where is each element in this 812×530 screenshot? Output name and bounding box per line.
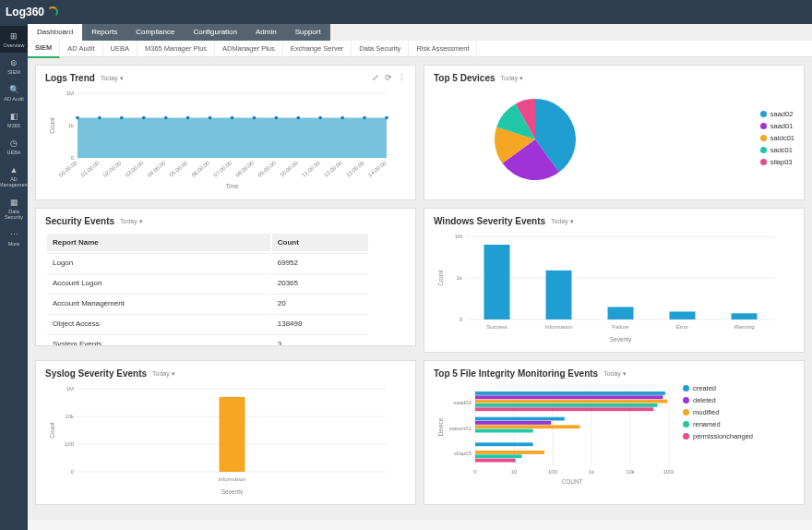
card-top5-fim: Top 5 File Integrity Monitoring EventsTo… [424,360,805,505]
svg-point-23 [253,116,257,120]
today-dropdown[interactable]: Today ▾ [551,218,574,225]
sidebar-item-more[interactable]: ⋯More [0,224,28,251]
subtab-risk-assessment[interactable]: Risk Assessment [409,41,477,57]
svg-text:04.00.00: 04.00.00 [147,160,167,178]
legend-label: modified [693,408,719,416]
svg-text:12.00.00: 12.00.00 [323,160,343,178]
legend-label: renamed [693,420,721,428]
svg-text:1M: 1M [66,90,74,96]
svg-rect-82 [475,391,665,395]
refresh-icon[interactable]: ⟳ [385,73,392,82]
sidebar-item-m365[interactable]: ◧M365 [0,106,28,133]
svg-point-35 [385,116,388,120]
today-dropdown[interactable]: Today ▾ [152,370,175,378]
tab-admin[interactable]: Admin [246,24,286,41]
card-title-text: Logs Trend [45,73,95,83]
legend-dot-icon [760,159,767,165]
svg-text:Failure: Failure [612,324,629,330]
legend-item: satdc01 [760,134,794,142]
svg-point-13 [142,116,146,120]
card-top5-devices: Top 5 DevicesToday ▾ saad02saad01satdc01… [424,65,805,200]
expand-icon[interactable]: ⤢ [372,73,379,82]
sidebar-label: UEBA [7,150,21,155]
primary-tabs: DashboardReportsComplianceConfigurationA… [28,24,812,41]
subtab-data-security[interactable]: Data Security [352,41,409,57]
table-cell: Account Logon [47,273,270,292]
svg-marker-6 [78,118,387,158]
tab-compliance[interactable]: Compliance [126,24,184,41]
svg-text:100k: 100k [663,469,674,475]
svg-point-15 [164,116,168,120]
table-cell: 20 [272,294,368,312]
svg-point-21 [231,116,234,120]
sidebar-label: M365 [7,123,20,128]
tab-support[interactable]: Support [286,24,330,41]
fim-legend: createddeletedmodifiedrenamedpermissionc… [683,384,753,486]
sidebar-item-overview[interactable]: ⊞Overview [0,26,28,53]
table-cell: Account Management [47,294,270,312]
subtab-ad-audit[interactable]: AD Audit [60,41,102,57]
sidebar-item-ad-management[interactable]: ▲AD Management [0,160,28,192]
sidebar-icon: ⋯ [9,229,19,239]
legend-label: satdc01 [770,134,794,142]
legend-item: created [683,384,753,392]
card-title-text: Security Events [45,216,114,226]
svg-point-31 [340,116,344,120]
svg-rect-89 [475,421,551,425]
today-dropdown[interactable]: Today ▾ [101,75,124,82]
legend-dot-icon [760,135,767,141]
legend-label: created [693,384,716,392]
more-icon[interactable]: ⋮ [398,73,406,82]
svg-rect-53 [732,313,758,319]
svg-rect-45 [484,245,510,319]
fim-chart: 0101001k10k100ksaad02saitom01sllap05COUN… [434,384,674,486]
sidebar-icon: ◧ [9,111,19,121]
card-syslog-severity: Syslog Severity EventsToday ▾ 010010k1MI… [35,360,416,505]
table-row[interactable]: Account Management20 [47,294,368,312]
table-row[interactable]: Logon69952 [47,253,368,271]
sidebar-label: Data Security [0,209,28,220]
today-dropdown[interactable]: Today ▾ [120,218,143,225]
table-row[interactable]: System Events3 [47,334,368,346]
today-dropdown[interactable]: Today ▾ [501,75,524,82]
table-row[interactable]: Object Access138498 [47,314,368,332]
legend-dot-icon [760,147,767,153]
subtab-exchange-server[interactable]: Exchange Server [283,41,352,57]
svg-text:100: 100 [548,469,558,475]
legend-label: sllap03 [770,158,793,166]
legend-item: sadc01 [760,146,794,154]
sidebar-item-siem[interactable]: ⊚SIEM [0,53,28,79]
svg-text:08.00.00: 08.00.00 [234,160,255,178]
svg-text:13.00.00: 13.00.00 [345,160,365,178]
svg-text:Count: Count [49,117,55,134]
sidebar: ⊞Overview⊚SIEM🔍AD Audit◧M365◷UEBA▲AD Man… [0,24,28,530]
subtab-siem[interactable]: SIEM [28,40,60,58]
tab-reports[interactable]: Reports [82,24,126,41]
sidebar-item-ueba[interactable]: ◷UEBA [0,133,28,160]
tab-dashboard[interactable]: Dashboard [28,24,82,41]
svg-text:1k: 1k [68,123,75,128]
legend-item: permissionchanged [683,432,753,440]
tab-configuration[interactable]: Configuration [184,24,246,41]
card-security-events: Security EventsToday ▾ Report NameCountL… [35,208,416,346]
sidebar-item-data-security[interactable]: ▦Data Security [0,192,28,224]
pie-legend: saad02saad01satdc01sadc01sllap03 [760,110,794,170]
table-cell: 3 [272,334,368,346]
sidebar-item-ad-audit[interactable]: 🔍AD Audit [0,79,28,106]
subtab-ueba[interactable]: UEBA [103,41,137,57]
sidebar-icon: 🔍 [9,84,19,94]
legend-item: deleted [683,396,753,404]
svg-text:00.00.00: 00.00.00 [58,160,78,178]
table-row[interactable]: Account Logon20365 [47,273,368,292]
svg-point-27 [296,116,300,120]
svg-text:Severity: Severity [610,336,632,343]
subtab-m365-manager-plus[interactable]: M365 Manager Plus [137,41,215,57]
legend-dot-icon [683,433,689,440]
dashboard-content: Logs TrendToday ▾ ⤢ ⟳ ⋮ 01k1M00.00.0001.… [28,57,812,520]
svg-rect-88 [475,417,565,421]
svg-point-33 [363,116,366,120]
today-dropdown[interactable]: Today ▾ [603,370,627,378]
subtab-admanager-plus[interactable]: ADManager Plus [215,41,283,57]
legend-dot-icon [760,111,767,117]
svg-text:03.00.00: 03.00.00 [125,160,145,178]
